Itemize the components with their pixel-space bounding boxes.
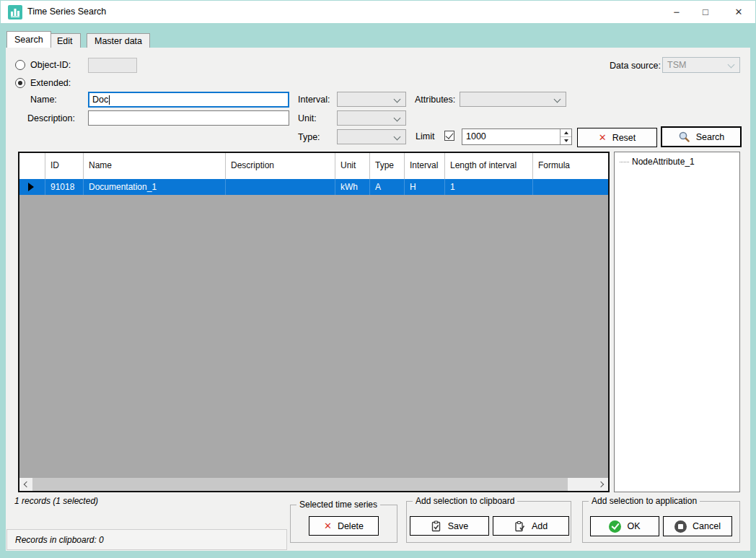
node-attribute-tree: NodeAttribute_1 [614,152,740,492]
grid-header-length-of-interval[interactable]: Length of interval [445,153,533,179]
search-button[interactable]: Search [661,126,742,147]
delete-button-label: Delete [338,521,364,531]
magnifier-icon [678,131,690,143]
object-id-input [88,58,137,73]
grid-header-formula[interactable]: Formula [533,153,608,179]
tree-item-label: NodeAttribute_1 [632,157,695,167]
close-button[interactable]: ✕ [724,1,753,23]
unit-label: Unit: [298,113,317,123]
chevron-down-icon [728,61,735,69]
object-id-label: Object-ID: [30,60,71,70]
spinner-up-button[interactable] [561,129,571,136]
red-x-icon: ✕ [599,133,607,142]
grid-header-row: ID Name Description Unit Type Interval L… [19,153,608,179]
add-button-label: Add [532,521,548,531]
grid-header-id[interactable]: ID [45,153,84,179]
cell-formula [533,179,608,195]
clipboard-status: Records in clipboard: 0 [15,535,104,545]
time-series-search-window: Time Series Search − □ ✕ Search Edit Mas… [0,0,756,558]
interval-label: Interval: [298,95,330,105]
grid-header-interval[interactable]: Interval [405,153,445,179]
grid-header-unit-label: Unit [340,161,356,171]
grid-empty-area [19,195,608,478]
reset-button[interactable]: ✕ Reset [577,128,657,147]
scroll-left-button[interactable] [19,478,32,491]
grid-header-formula-label: Formula [538,161,570,171]
limit-value: 1000 [466,131,486,141]
cell-unit: kWh [335,179,370,195]
selected-time-series-title: Selected time series [296,500,380,510]
cancel-button-label: Cancel [693,521,721,531]
cell-type: A [370,179,405,195]
clipboard-group: Add selection to clipboard Save Add [406,501,571,543]
tree-item-node-attribute[interactable]: NodeAttribute_1 [620,157,695,167]
horizontal-scrollbar[interactable] [19,478,608,491]
cell-description [226,179,335,195]
minimize-button[interactable]: − [662,1,691,23]
interval-dropdown[interactable] [337,92,406,107]
description-input[interactable] [88,110,289,126]
extended-radio[interactable] [15,78,25,88]
row-selector-cell [19,179,45,195]
grid-header-type[interactable]: Type [370,153,405,179]
chevron-down-icon [394,134,401,141]
limit-checkbox[interactable] [444,131,454,141]
cell-interval: H [405,179,445,195]
tab-search-label: Search [14,35,43,45]
tab-strip: Search Edit Master data [1,23,755,48]
cell-name: Documentation_1 [84,179,226,195]
save-button-label: Save [448,521,469,531]
grid-header-unit[interactable]: Unit [335,153,370,179]
spinner-buttons [560,129,571,144]
name-input[interactable]: Doc [88,92,289,108]
spinner-down-button[interactable] [561,136,571,144]
grid-header-id-label: ID [50,161,59,171]
tab-edit-label: Edit [57,36,73,46]
save-button[interactable]: Save [410,516,489,536]
scrollbar-thumb[interactable] [32,478,568,491]
app-bar-chart-icon [8,5,22,19]
cell-id: 91018 [45,179,84,195]
tab-search[interactable]: Search [6,31,51,48]
scroll-right-button[interactable] [596,478,608,491]
ok-button-label: OK [627,521,640,531]
name-label: Name: [30,95,57,105]
chevron-down-icon [394,96,401,103]
unit-dropdown[interactable] [337,110,406,126]
add-button[interactable]: Add [493,516,569,536]
cancel-button[interactable]: Cancel [663,516,732,536]
attributes-label: Attributes: [415,95,455,105]
red-x-icon: ✕ [324,521,332,531]
tab-master-data[interactable]: Master data [87,33,150,48]
extended-label: Extended: [30,78,71,88]
object-id-radio[interactable] [15,60,25,70]
cell-length-of-interval: 1 [445,179,533,195]
type-dropdown[interactable] [337,129,406,144]
text-caret [109,95,110,105]
delete-button[interactable]: ✕ Delete [309,516,379,536]
application-group: Add selection to application OK Cancel [582,501,740,543]
application-group-title: Add selection to application [589,496,700,506]
grid-header-length-label: Length of interval [450,161,517,171]
ok-button[interactable]: OK [590,516,659,536]
tree-connector-icon [620,162,629,162]
data-source-dropdown: TSM [662,57,740,73]
results-grid: ID Name Description Unit Type Interval L… [18,152,610,492]
maximize-button[interactable]: □ [691,1,720,23]
grid-header-description[interactable]: Description [226,153,335,179]
limit-spinner[interactable]: 1000 [462,128,572,145]
grid-header-selector[interactable] [19,153,45,179]
attributes-dropdown[interactable] [460,92,566,107]
table-row[interactable]: 91018 Documentation_1 kWh A H 1 [19,179,608,195]
selected-time-series-group: Selected time series ✕ Delete [290,505,397,543]
grid-header-name[interactable]: Name [84,153,226,179]
chevron-right-icon [598,481,604,487]
tab-edit[interactable]: Edit [49,33,81,48]
grid-header-type-label: Type [375,161,394,171]
description-label: Description: [27,113,75,123]
records-status: 1 records (1 selected) [14,496,98,506]
title-bar: Time Series Search − □ ✕ [1,1,755,23]
chevron-down-icon [554,96,561,103]
limit-label: Limit [416,131,434,141]
grid-header-name-label: Name [89,161,112,171]
